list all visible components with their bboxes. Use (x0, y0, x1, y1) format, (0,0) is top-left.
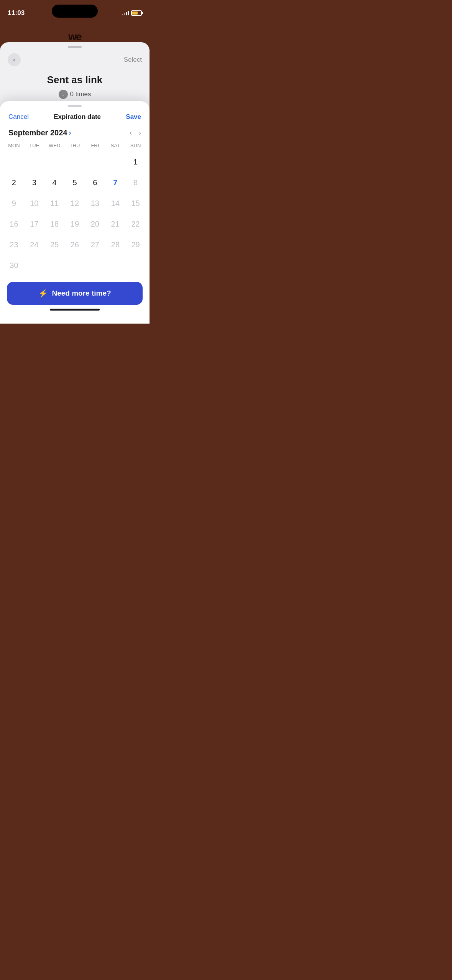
cal-day-29[interactable]: 29 (125, 236, 146, 253)
need-more-time-button[interactable]: ⚡ Need more time? (7, 282, 143, 305)
cal-day-7-selected[interactable]: 7 (105, 174, 125, 191)
expiration-date-title: Expiration date (54, 113, 101, 121)
cal-day-13[interactable]: 13 (85, 194, 105, 212)
cal-day-16[interactable]: 16 (4, 215, 24, 233)
back-button[interactable]: ‹ (8, 53, 21, 66)
cal-empty (65, 153, 85, 171)
calendar-sheet: Cancel Expiration date Save September 20… (0, 101, 150, 324)
status-right (122, 10, 142, 16)
cal-empty (125, 257, 146, 274)
cal-day-8[interactable]: 8 (125, 174, 146, 191)
cal-day-2[interactable]: 2 (4, 174, 24, 191)
sent-title: Sent as link (8, 74, 142, 86)
cal-day-3[interactable]: 3 (24, 174, 44, 191)
cal-day-14[interactable]: 14 (105, 194, 125, 212)
next-month-button[interactable]: › (139, 129, 141, 137)
cal-day-30[interactable]: 30 (4, 257, 24, 274)
month-label: September 2024 (8, 128, 67, 137)
cal-day-27[interactable]: 27 (85, 236, 105, 253)
weekday-fri: FRI (85, 141, 105, 150)
cal-empty (105, 257, 125, 274)
cal-day-10[interactable]: 10 (24, 194, 44, 212)
month-expand-icon[interactable]: › (69, 129, 71, 137)
cal-empty (44, 153, 65, 171)
cal-day-19[interactable]: 19 (65, 215, 85, 233)
download-count: 0 times (70, 90, 91, 98)
select-button[interactable]: Select (124, 54, 142, 65)
cancel-button[interactable]: Cancel (8, 113, 29, 121)
month-nav-arrows: ‹ › (130, 129, 141, 137)
cal-day-28[interactable]: 28 (105, 236, 125, 253)
cal-day-24[interactable]: 24 (24, 236, 44, 253)
calendar-header: Cancel Expiration date Save (0, 107, 150, 124)
cal-day-11[interactable]: 11 (44, 194, 65, 212)
cal-day-15[interactable]: 15 (125, 194, 146, 212)
app-logo: we (68, 31, 81, 43)
weekday-wed: WED (44, 141, 65, 150)
battery-icon (131, 10, 142, 16)
weekday-mon: MON (4, 141, 24, 150)
save-button[interactable]: Save (126, 113, 141, 121)
cal-day-5[interactable]: 5 (65, 174, 85, 191)
download-icon: ↓ (59, 90, 68, 99)
cal-day-1[interactable]: 1 (125, 153, 146, 171)
cal-day-20[interactable]: 20 (85, 215, 105, 233)
logo-area: we (0, 31, 150, 43)
calendar-week-5: 23 24 25 26 27 28 29 (0, 234, 150, 255)
cal-empty (65, 257, 85, 274)
cal-day-22[interactable]: 22 (125, 215, 146, 233)
weekday-thu: THU (65, 141, 85, 150)
calendar-week-1: 1 (0, 151, 150, 172)
cal-day-25[interactable]: 25 (44, 236, 65, 253)
calendar-week-2: 2 3 4 5 6 7 8 (0, 172, 150, 193)
status-time: 11:03 (8, 9, 25, 17)
cal-empty (85, 153, 105, 171)
weekday-sun: SUN (125, 141, 146, 150)
cal-day-18[interactable]: 18 (44, 215, 65, 233)
cal-empty (44, 257, 65, 274)
cal-empty (24, 153, 44, 171)
sheet-nav: ‹ Select (0, 48, 150, 70)
cal-empty (24, 257, 44, 274)
cal-empty (85, 257, 105, 274)
cal-empty (105, 153, 125, 171)
cal-day-17[interactable]: 17 (24, 215, 44, 233)
cal-day-6[interactable]: 6 (85, 174, 105, 191)
calendar-week-6: 30 (0, 255, 150, 276)
cal-day-4[interactable]: 4 (44, 174, 65, 191)
prev-month-button[interactable]: ‹ (130, 129, 132, 137)
calendar-week-4: 16 17 18 19 20 21 22 (0, 214, 150, 234)
calendar-week-3: 9 10 11 12 13 14 15 (0, 193, 150, 214)
cal-empty (4, 153, 24, 171)
weekday-tue: TUE (24, 141, 44, 150)
dynamic-island (52, 5, 98, 18)
home-indicator (50, 309, 100, 311)
bolt-icon: ⚡ (38, 289, 48, 298)
cal-day-21[interactable]: 21 (105, 215, 125, 233)
need-more-time-label: Need more time? (52, 289, 111, 298)
cal-day-26[interactable]: 26 (65, 236, 85, 253)
cal-day-23[interactable]: 23 (4, 236, 24, 253)
signal-icon (122, 11, 129, 15)
cal-day-9[interactable]: 9 (4, 194, 24, 212)
times-row: ↓ 0 times (8, 90, 142, 99)
weekday-row: MON TUE WED THU FRI SAT SUN (0, 140, 150, 151)
month-navigation: September 2024 › ‹ › (0, 124, 150, 140)
weekday-sat: SAT (105, 141, 125, 150)
month-title: September 2024 › (8, 128, 71, 137)
cal-day-12[interactable]: 12 (65, 194, 85, 212)
back-arrow-icon: ‹ (13, 57, 15, 63)
